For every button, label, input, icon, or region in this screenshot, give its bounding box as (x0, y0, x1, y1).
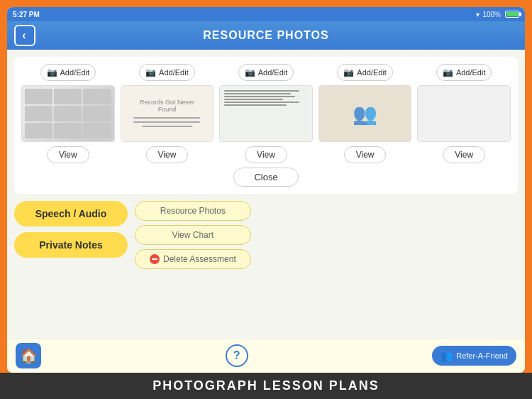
view-button-3[interactable]: View (245, 146, 287, 163)
add-edit-button-1[interactable]: 📷 Add/Edit (40, 64, 96, 81)
back-button[interactable]: ‹ (14, 25, 35, 46)
page-title: RESOURCE PHOTOS (203, 29, 328, 42)
home-icon: 🏠 (20, 347, 38, 364)
photo-col-4: 📷 Add/Edit 👥 View (318, 64, 412, 163)
view-button-1[interactable]: View (47, 146, 89, 163)
add-edit-button-5[interactable]: 📷 Add/Edit (436, 64, 492, 81)
photo-box-5 (417, 85, 511, 142)
camera-icon-1: 📷 (47, 67, 57, 77)
photo-col-3: 📷 Add/Edit (219, 64, 313, 163)
view-chart-button[interactable]: View Chart (135, 225, 251, 245)
home-button[interactable]: 🏠 (16, 343, 41, 368)
refer-icon: 👥 (440, 350, 453, 361)
camera-icon-4: 📷 (343, 67, 354, 77)
photo-grid: 📷 Add/Edit View (14, 57, 518, 194)
refer-button[interactable]: 👥 Refer-A-Friend (432, 346, 516, 366)
resource-photos-button[interactable]: Resource Photos (135, 201, 251, 221)
left-action-buttons: Speech / Audio Private Notes (14, 201, 128, 258)
bottom-bar: 🏠 ? 👥 Refer-A-Friend (7, 338, 525, 373)
status-right: ▾ 100% (476, 11, 519, 18)
add-edit-button-4[interactable]: 📷 Add/Edit (337, 64, 393, 81)
status-time-date: 5:27 PM (13, 11, 40, 18)
main-content: 📷 Add/Edit View (7, 50, 525, 338)
add-edit-row: 📷 Add/Edit View (21, 64, 511, 163)
photo-box-3 (219, 85, 313, 142)
add-edit-button-2[interactable]: 📷 Add/Edit (139, 64, 195, 81)
photo-col-2: 📷 Add/Edit Records Got NeverFound (121, 64, 214, 163)
camera-icon-3: 📷 (245, 67, 255, 77)
action-area: Speech / Audio Private Notes Resource Ph… (14, 201, 518, 269)
close-button[interactable]: Close (233, 168, 298, 187)
delete-circle-icon (150, 254, 160, 264)
delete-minus-icon (152, 258, 157, 260)
speech-audio-button[interactable]: Speech / Audio (14, 201, 128, 226)
photo-box-2: Records Got NeverFound (121, 85, 214, 142)
view-button-2[interactable]: View (146, 146, 189, 163)
battery-percent: 100% (482, 11, 501, 18)
wifi-icon: ▾ (476, 11, 480, 18)
app-title: PHOTOGRAPH LESSON PLANS (153, 378, 379, 393)
photo-col-1: 📷 Add/Edit View (21, 64, 115, 163)
delete-assessment-button[interactable]: Delete Assessment (135, 249, 251, 269)
app-title-bar: PHOTOGRAPH LESSON PLANS (0, 373, 532, 399)
add-edit-button-3[interactable]: 📷 Add/Edit (238, 64, 294, 81)
right-action-buttons: Resource Photos View Chart Delete Assess… (135, 201, 251, 269)
photo-col-5: 📷 Add/Edit View (417, 64, 511, 163)
crowd-image: 👥 (353, 102, 377, 126)
battery-icon (504, 11, 519, 18)
view-button-4[interactable]: View (344, 146, 387, 163)
photo-box-4: 👥 (318, 85, 412, 142)
view-button-5[interactable]: View (443, 146, 485, 163)
camera-icon-2: 📷 (145, 67, 156, 77)
private-notes-button[interactable]: Private Notes (14, 232, 128, 258)
status-bar: 5:27 PM ▾ 100% (7, 7, 525, 21)
camera-icon-5: 📷 (443, 67, 453, 77)
close-row: Close (21, 168, 511, 187)
back-arrow-icon: ‹ (22, 29, 26, 42)
photo-box-1 (21, 85, 115, 142)
help-button[interactable]: ? (226, 344, 248, 367)
nav-bar: ‹ RESOURCE PHOTOS (7, 21, 525, 50)
